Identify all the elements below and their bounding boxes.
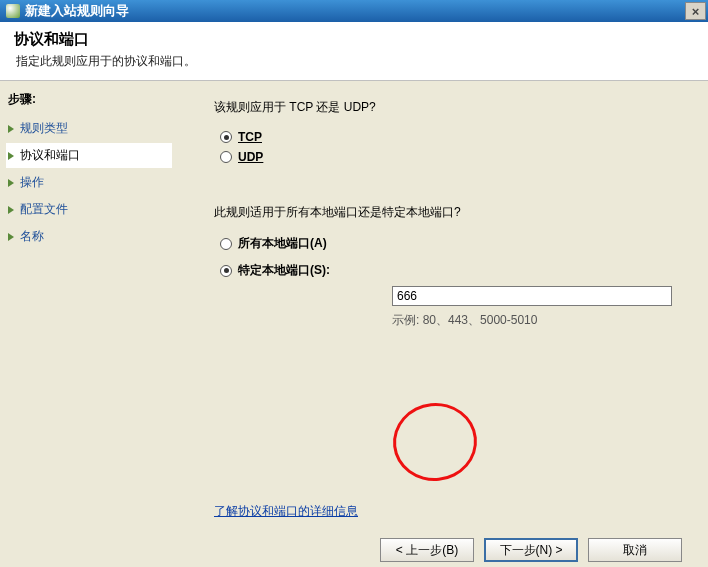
button-row: < 上一步(B) 下一步(N) > 取消: [214, 538, 686, 566]
specific-ports-option[interactable]: 特定本地端口(S):: [220, 262, 686, 279]
step-protocol-port[interactable]: 协议和端口: [6, 143, 172, 168]
ports-question: 此规则适用于所有本地端口还是特定本地端口?: [214, 204, 686, 221]
radio-icon: [220, 151, 232, 163]
titlebar: 新建入站规则向导 ×: [0, 0, 708, 22]
ports-radio-group: 所有本地端口(A) 特定本地端口(S): 示例: 80、443、5000-501…: [220, 235, 686, 329]
tcp-option[interactable]: TCP: [220, 130, 686, 144]
step-label: 配置文件: [20, 201, 68, 218]
back-button[interactable]: < 上一步(B): [380, 538, 474, 562]
step-action[interactable]: 操作: [6, 170, 172, 195]
udp-label: UDP: [238, 150, 263, 164]
steps-sidebar: 步骤: 规则类型 协议和端口 操作 配置文件 名称: [0, 81, 180, 567]
step-label: 名称: [20, 228, 44, 245]
radio-icon: [220, 238, 232, 250]
arrow-icon: [8, 125, 14, 133]
page-description: 指定此规则应用于的协议和端口。: [16, 53, 694, 70]
protocol-radio-group: TCP UDP: [220, 130, 686, 170]
titlebar-left: 新建入站规则向导: [6, 2, 129, 20]
step-rule-type[interactable]: 规则类型: [6, 116, 172, 141]
arrow-icon: [8, 206, 14, 214]
specific-ports-label: 特定本地端口(S):: [238, 263, 330, 277]
app-icon: [6, 4, 20, 18]
port-example: 示例: 80、443、5000-5010: [392, 312, 686, 329]
protocol-question: 该规则应用于 TCP 还是 UDP?: [214, 99, 686, 116]
tcp-label: TCP: [238, 130, 262, 144]
radio-icon: [220, 265, 232, 277]
step-label: 规则类型: [20, 120, 68, 137]
step-name[interactable]: 名称: [6, 224, 172, 249]
udp-option[interactable]: UDP: [220, 150, 686, 164]
learn-more-link[interactable]: 了解协议和端口的详细信息: [214, 503, 686, 520]
step-profile[interactable]: 配置文件: [6, 197, 172, 222]
arrow-icon: [8, 152, 14, 160]
step-label: 协议和端口: [20, 147, 80, 164]
arrow-icon: [8, 179, 14, 187]
page-title: 协议和端口: [14, 30, 694, 49]
all-ports-label: 所有本地端口(A): [238, 236, 327, 250]
main-panel: 该规则应用于 TCP 还是 UDP? TCP UDP 此规则适用于所有本地端口还…: [180, 81, 708, 567]
steps-heading: 步骤:: [8, 91, 172, 108]
window-title: 新建入站规则向导: [25, 2, 129, 20]
step-label: 操作: [20, 174, 44, 191]
wizard-header: 协议和端口 指定此规则应用于的协议和端口。: [0, 22, 708, 81]
close-button[interactable]: ×: [685, 2, 706, 20]
port-input[interactable]: [392, 286, 672, 306]
next-button[interactable]: 下一步(N) >: [484, 538, 578, 562]
wizard-body: 步骤: 规则类型 协议和端口 操作 配置文件 名称 该规则应用于 TCP 还是 …: [0, 81, 708, 567]
arrow-icon: [8, 233, 14, 241]
cancel-button[interactable]: 取消: [588, 538, 682, 562]
radio-icon: [220, 131, 232, 143]
all-ports-option[interactable]: 所有本地端口(A): [220, 235, 686, 252]
